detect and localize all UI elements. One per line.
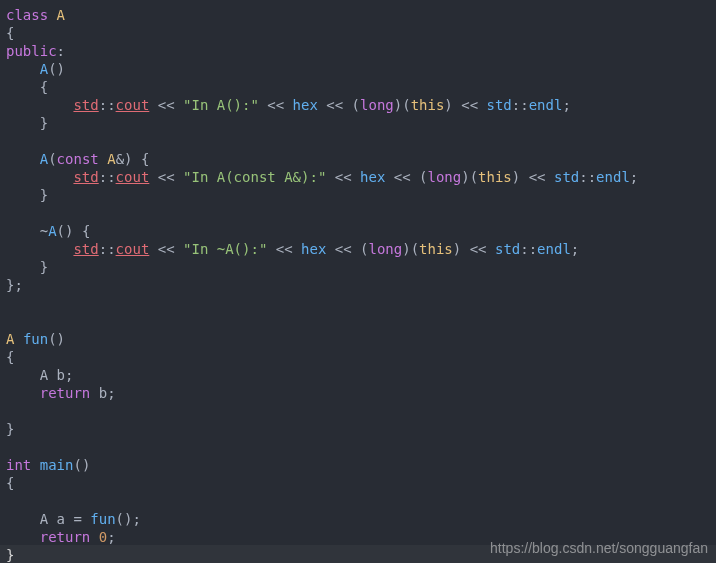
std: std [495,241,520,257]
fn-fun: fun [23,331,48,347]
keyword-this: this [478,169,512,185]
op: << ( [326,241,368,257]
op: ) << [444,97,486,113]
op: ) << [512,169,554,185]
call-rest: (); [116,511,141,527]
watermark: https://blog.csdn.net/songguangfan [490,539,708,557]
op: << [149,241,183,257]
fn-call-fun: fun [90,511,115,527]
brace: { [40,79,48,95]
keyword-this: this [419,241,453,257]
type-A: A [107,151,115,167]
brace: } [40,115,48,131]
space [90,529,98,545]
number-zero: 0 [99,529,107,545]
endl: endl [537,241,571,257]
semicolon: ; [562,97,570,113]
cout: cout [116,169,150,185]
space [99,151,107,167]
scope-op: :: [579,169,596,185]
std: std [487,97,512,113]
brace: }; [6,277,23,293]
keyword-return: return [40,385,91,401]
std: std [73,241,98,257]
open-paren: ( [48,151,56,167]
scope-op: :: [99,97,116,113]
string-literal: "In A(const A&):" [183,169,326,185]
keyword-return: return [40,529,91,545]
brace: } [40,259,48,275]
op: )( [461,169,478,185]
brace: } [6,421,14,437]
op: << [267,241,301,257]
op: << [259,97,293,113]
dtor-A: A [48,223,56,239]
op: << [149,169,183,185]
string-literal: "In A():" [183,97,259,113]
scope-op: :: [512,97,529,113]
brace: { [6,25,14,41]
keyword-public: public [6,43,57,59]
op: << [326,169,360,185]
ctor-A: A [40,61,48,77]
keyword-class: class [6,7,48,23]
endl: endl [529,97,563,113]
space [31,457,39,473]
decl: A a = [40,511,91,527]
hex: hex [293,97,318,113]
keyword-this: this [411,97,445,113]
return-val: b; [90,385,115,401]
cout: cout [116,241,150,257]
std: std [73,97,98,113]
semicolon: ; [571,241,579,257]
parens: () [48,331,65,347]
hex: hex [301,241,326,257]
op: << ( [318,97,360,113]
op: << ( [385,169,427,185]
fn-main: main [40,457,74,473]
semicolon: ; [107,529,115,545]
brace: { [6,475,14,491]
scope-op: :: [99,241,116,257]
op: )( [402,241,419,257]
op: ) << [453,241,495,257]
scope-op: :: [520,241,537,257]
keyword-int: int [6,457,31,473]
op: )( [394,97,411,113]
keyword-long: long [369,241,403,257]
std: std [554,169,579,185]
colon: : [57,43,65,59]
brace: { [6,349,14,365]
type-A: A [57,7,65,23]
keyword-const: const [57,151,99,167]
string-literal: "In ~A():" [183,241,267,257]
parens: () [73,457,90,473]
decl: A b; [40,367,74,383]
endl: endl [596,169,630,185]
parens-brace: () { [57,223,91,239]
semicolon: ; [630,169,638,185]
hex: hex [360,169,385,185]
brace: } [40,187,48,203]
copy-ctor-A: A [40,151,48,167]
std: std [73,169,98,185]
keyword-long: long [428,169,462,185]
space [14,331,22,347]
cout: cout [116,97,150,113]
keyword-long: long [360,97,394,113]
amp-brace: &) { [116,151,150,167]
parens: () [48,61,65,77]
tilde: ~ [40,223,48,239]
op: << [149,97,183,113]
code-block: class A { public: A() { std::cout << "In… [0,0,716,563]
scope-op: :: [99,169,116,185]
